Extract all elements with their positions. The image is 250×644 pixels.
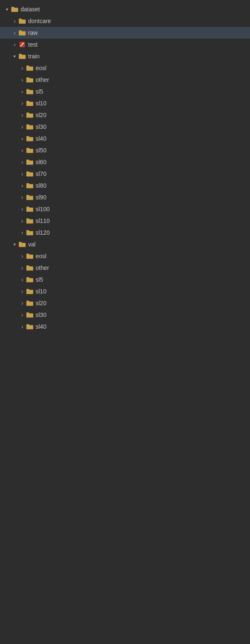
tree-item-label: sl10 xyxy=(36,100,47,107)
tree-item-label: sl5 xyxy=(36,276,43,283)
tree-item-val-sl10[interactable]: sl10 xyxy=(0,285,250,297)
tree-item-label: sl30 xyxy=(36,312,47,318)
expand-arrow[interactable] xyxy=(18,88,26,95)
expand-arrow[interactable] xyxy=(18,288,26,295)
folder-icon xyxy=(26,276,34,283)
tree-item-val-eosl[interactable]: eosl xyxy=(0,250,250,262)
folder-icon xyxy=(18,18,26,24)
tree-item-label: eosl xyxy=(36,253,47,259)
tree-item-train-sl40[interactable]: sl40 xyxy=(0,133,250,144)
tree-item-train-eosl[interactable]: eosl xyxy=(0,62,250,74)
folder-icon xyxy=(26,300,34,306)
expand-arrow[interactable] xyxy=(18,111,26,119)
expand-arrow[interactable] xyxy=(18,182,26,189)
tree-item-train-sl100[interactable]: sl100 xyxy=(0,203,250,215)
tree-item-label: sl110 xyxy=(36,217,49,224)
tree-item-train-other[interactable]: other xyxy=(0,74,250,86)
tree-item-val[interactable]: val xyxy=(0,238,250,250)
tree-item-label: sl40 xyxy=(36,323,47,330)
folder-icon xyxy=(26,312,34,318)
tree-item-label: sl50 xyxy=(36,147,47,154)
folder-icon xyxy=(26,76,34,83)
tree-item-train-sl50[interactable]: sl50 xyxy=(0,144,250,156)
tree-item-val-sl40[interactable]: sl40 xyxy=(0,321,250,332)
tree-item-train-sl80[interactable]: sl80 xyxy=(0,180,250,191)
tree-item-val-other[interactable]: other xyxy=(0,262,250,274)
folder-icon xyxy=(11,6,18,13)
tree-item-train-sl5[interactable]: sl5 xyxy=(0,86,250,97)
tree-item-label: sl100 xyxy=(36,206,49,212)
folder-icon xyxy=(26,229,34,236)
expand-arrow[interactable] xyxy=(18,276,26,283)
expand-arrow[interactable] xyxy=(18,170,26,178)
folder-icon xyxy=(26,182,34,189)
tree-item-train-sl70[interactable]: sl70 xyxy=(0,168,250,180)
folder-icon xyxy=(26,147,34,154)
expand-arrow[interactable] xyxy=(18,194,26,201)
tree-item-train[interactable]: train xyxy=(0,50,250,62)
folder-icon xyxy=(26,288,34,295)
tree-item-dontcare[interactable]: dontcare xyxy=(0,15,250,27)
tree-item-test[interactable]: test xyxy=(0,39,250,50)
tree-item-label: sl60 xyxy=(36,159,47,165)
tree-item-label: sl5 xyxy=(36,88,43,95)
tree-item-train-sl20[interactable]: sl20 xyxy=(0,109,250,121)
expand-arrow[interactable] xyxy=(18,323,26,330)
folder-icon xyxy=(26,112,34,118)
tree-item-label: test xyxy=(28,41,38,48)
tree-item-train-sl10[interactable]: sl10 xyxy=(0,97,250,109)
expand-arrow[interactable] xyxy=(11,41,18,48)
tree-item-label: sl70 xyxy=(36,170,47,177)
expand-arrow[interactable] xyxy=(18,123,26,131)
tree-item-label: train xyxy=(28,53,39,60)
tree-item-label: raw xyxy=(28,29,38,36)
tree-item-train-sl60[interactable]: sl60 xyxy=(0,156,250,168)
folder-icon xyxy=(18,53,26,60)
folder-icon xyxy=(18,29,26,36)
tree-item-label: sl120 xyxy=(36,229,49,236)
tree-item-val-sl20[interactable]: sl20 xyxy=(0,297,250,309)
tree-item-train-sl120[interactable]: sl120 xyxy=(0,227,250,238)
expand-arrow[interactable] xyxy=(18,147,26,154)
expand-arrow[interactable] xyxy=(3,5,11,13)
tree-item-label: sl90 xyxy=(36,194,47,201)
tree-item-raw[interactable]: raw xyxy=(0,27,250,39)
folder-icon xyxy=(26,88,34,95)
tree-item-label: sl80 xyxy=(36,182,47,189)
tree-item-val-sl5[interactable]: sl5 xyxy=(0,274,250,285)
expand-arrow[interactable] xyxy=(18,299,26,307)
expand-arrow[interactable] xyxy=(11,241,18,248)
tree-item-val-sl30[interactable]: sl30 xyxy=(0,309,250,321)
expand-arrow[interactable] xyxy=(18,135,26,142)
expand-arrow[interactable] xyxy=(18,158,26,166)
folder-icon xyxy=(18,241,26,248)
tree-item-train-sl110[interactable]: sl110 xyxy=(0,215,250,227)
tree-item-label: dontcare xyxy=(28,18,51,24)
expand-arrow[interactable] xyxy=(11,52,18,60)
expand-arrow[interactable] xyxy=(18,76,26,84)
tree-item-label: val xyxy=(28,241,36,248)
tree-item-label: sl30 xyxy=(36,123,47,130)
folder-icon xyxy=(26,323,34,330)
tree-item-label: other xyxy=(36,264,49,271)
folder-icon xyxy=(26,123,34,130)
tree-item-train-sl30[interactable]: sl30 xyxy=(0,121,250,133)
folder-icon xyxy=(26,194,34,201)
expand-arrow[interactable] xyxy=(18,252,26,260)
folder-icon xyxy=(26,170,34,177)
expand-arrow[interactable] xyxy=(11,17,18,25)
expand-arrow[interactable] xyxy=(18,264,26,272)
expand-arrow[interactable] xyxy=(18,205,26,213)
file-tree: dataset dontcare raw test train eosl oth… xyxy=(0,0,250,336)
tree-item-train-sl90[interactable]: sl90 xyxy=(0,191,250,203)
expand-arrow[interactable] xyxy=(18,311,26,319)
expand-arrow[interactable] xyxy=(18,217,26,225)
tree-item-dataset[interactable]: dataset xyxy=(0,3,250,15)
folder-icon xyxy=(26,159,34,165)
expand-arrow[interactable] xyxy=(18,229,26,236)
expand-arrow[interactable] xyxy=(18,64,26,72)
folder-icon xyxy=(26,206,34,212)
expand-arrow[interactable] xyxy=(18,99,26,107)
tree-item-label: sl20 xyxy=(36,112,47,118)
expand-arrow[interactable] xyxy=(11,29,18,37)
